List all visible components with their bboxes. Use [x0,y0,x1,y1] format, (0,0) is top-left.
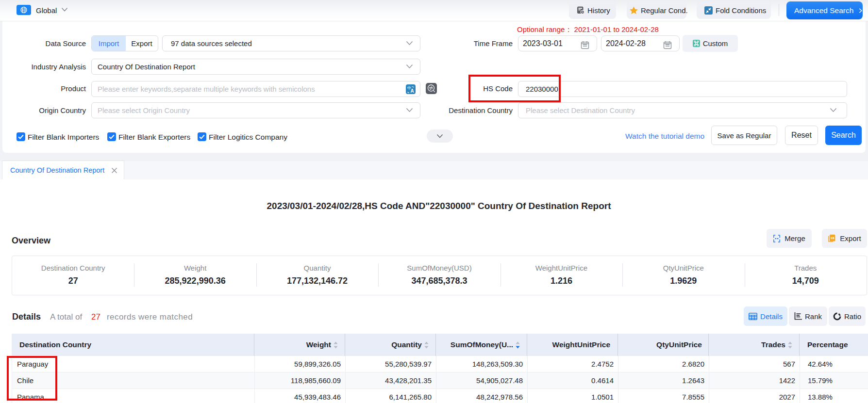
svg-text:A: A [411,88,414,93]
